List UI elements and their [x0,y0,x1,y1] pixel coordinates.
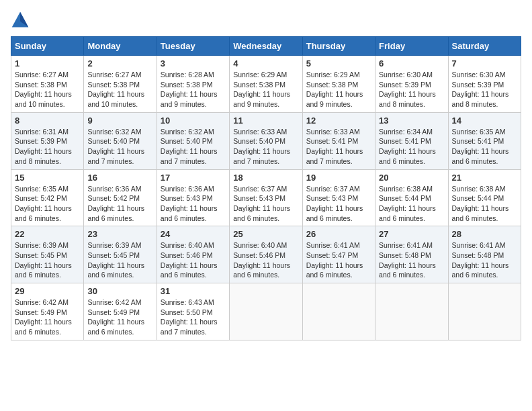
day-info: Sunrise: 6:27 AM Sunset: 5:38 PM Dayligh… [15,70,80,109]
day-number: 26 [306,229,371,239]
day-number: 7 [452,58,517,68]
calendar-cell: 12Sunrise: 6:33 AM Sunset: 5:41 PM Dayli… [302,112,375,169]
day-number: 2 [87,58,152,68]
day-number: 22 [15,229,80,239]
day-number: 25 [233,229,298,239]
calendar-cell: 13Sunrise: 6:34 AM Sunset: 5:41 PM Dayli… [375,112,448,169]
day-number: 20 [379,173,444,183]
calendar-cell: 23Sunrise: 6:39 AM Sunset: 5:45 PM Dayli… [84,226,157,283]
calendar-cell: 1Sunrise: 6:27 AM Sunset: 5:38 PM Daylig… [11,56,84,113]
calendar-cell: 29Sunrise: 6:42 AM Sunset: 5:49 PM Dayli… [11,283,84,340]
calendar-cell [375,283,448,340]
day-header-sunday: Sunday [11,37,84,56]
day-number: 16 [87,173,152,183]
day-number: 31 [161,286,226,296]
calendar-cell: 28Sunrise: 6:41 AM Sunset: 5:48 PM Dayli… [448,226,521,283]
day-number: 30 [87,286,152,296]
calendar-cell: 8Sunrise: 6:31 AM Sunset: 5:39 PM Daylig… [11,112,84,169]
day-info: Sunrise: 6:33 AM Sunset: 5:41 PM Dayligh… [306,127,371,167]
calendar-cell: 19Sunrise: 6:37 AM Sunset: 5:43 PM Dayli… [302,169,375,226]
day-number: 11 [233,116,298,126]
calendar-cell: 22Sunrise: 6:39 AM Sunset: 5:45 PM Dayli… [11,226,84,283]
calendar-week-row: 22Sunrise: 6:39 AM Sunset: 5:45 PM Dayli… [11,226,521,283]
logo-icon [11,11,30,30]
day-number: 8 [15,116,80,126]
day-number: 23 [87,229,152,239]
day-number: 3 [161,58,226,68]
day-number: 9 [87,116,152,126]
day-number: 19 [306,173,371,183]
calendar-week-row: 15Sunrise: 6:35 AM Sunset: 5:42 PM Dayli… [11,169,521,226]
calendar-cell: 11Sunrise: 6:33 AM Sunset: 5:40 PM Dayli… [230,112,302,169]
calendar-cell [230,283,302,340]
day-info: Sunrise: 6:40 AM Sunset: 5:46 PM Dayligh… [233,240,298,280]
calendar-cell: 30Sunrise: 6:42 AM Sunset: 5:49 PM Dayli… [84,283,157,340]
day-number: 1 [15,58,80,68]
day-info: Sunrise: 6:27 AM Sunset: 5:38 PM Dayligh… [87,70,152,109]
day-info: Sunrise: 6:29 AM Sunset: 5:38 PM Dayligh… [233,70,298,109]
day-header-monday: Monday [84,37,157,56]
day-info: Sunrise: 6:41 AM Sunset: 5:48 PM Dayligh… [379,240,444,280]
day-number: 10 [161,116,226,126]
day-info: Sunrise: 6:42 AM Sunset: 5:49 PM Dayligh… [15,298,80,337]
calendar-cell: 17Sunrise: 6:36 AM Sunset: 5:43 PM Dayli… [157,169,229,226]
day-info: Sunrise: 6:43 AM Sunset: 5:50 PM Dayligh… [161,298,226,337]
day-info: Sunrise: 6:35 AM Sunset: 5:41 PM Dayligh… [452,127,517,167]
calendar-week-row: 8Sunrise: 6:31 AM Sunset: 5:39 PM Daylig… [11,112,521,169]
calendar-header-row: SundayMondayTuesdayWednesdayThursdayFrid… [11,37,521,56]
calendar-cell [302,283,375,340]
calendar-cell: 16Sunrise: 6:36 AM Sunset: 5:42 PM Dayli… [84,169,157,226]
day-header-wednesday: Wednesday [230,37,302,56]
day-number: 24 [161,229,226,239]
calendar-cell: 24Sunrise: 6:40 AM Sunset: 5:46 PM Dayli… [157,226,229,283]
logo [11,11,32,30]
calendar-table: SundayMondayTuesdayWednesdayThursdayFrid… [11,36,521,340]
day-number: 5 [306,58,371,68]
day-info: Sunrise: 6:30 AM Sunset: 5:39 PM Dayligh… [379,70,444,109]
calendar-cell: 26Sunrise: 6:41 AM Sunset: 5:47 PM Dayli… [302,226,375,283]
calendar-cell: 10Sunrise: 6:32 AM Sunset: 5:40 PM Dayli… [157,112,229,169]
calendar-week-row: 29Sunrise: 6:42 AM Sunset: 5:49 PM Dayli… [11,283,521,340]
calendar-cell: 14Sunrise: 6:35 AM Sunset: 5:41 PM Dayli… [448,112,521,169]
calendar-cell: 21Sunrise: 6:38 AM Sunset: 5:44 PM Dayli… [448,169,521,226]
day-info: Sunrise: 6:38 AM Sunset: 5:44 PM Dayligh… [379,184,444,224]
day-info: Sunrise: 6:39 AM Sunset: 5:45 PM Dayligh… [15,240,80,280]
calendar-week-row: 1Sunrise: 6:27 AM Sunset: 5:38 PM Daylig… [11,56,521,113]
calendar-cell: 18Sunrise: 6:37 AM Sunset: 5:43 PM Dayli… [230,169,302,226]
calendar-cell [448,283,521,340]
day-number: 13 [379,116,444,126]
day-number: 4 [233,58,298,68]
day-info: Sunrise: 6:42 AM Sunset: 5:49 PM Dayligh… [87,298,152,337]
day-header-thursday: Thursday [302,37,375,56]
day-info: Sunrise: 6:29 AM Sunset: 5:38 PM Dayligh… [306,70,371,109]
calendar-cell: 3Sunrise: 6:28 AM Sunset: 5:38 PM Daylig… [157,56,229,113]
day-number: 18 [233,173,298,183]
day-header-saturday: Saturday [448,37,521,56]
day-info: Sunrise: 6:37 AM Sunset: 5:43 PM Dayligh… [233,184,298,224]
day-number: 17 [161,173,226,183]
day-info: Sunrise: 6:32 AM Sunset: 5:40 PM Dayligh… [87,127,152,167]
calendar-cell: 27Sunrise: 6:41 AM Sunset: 5:48 PM Dayli… [375,226,448,283]
day-info: Sunrise: 6:37 AM Sunset: 5:43 PM Dayligh… [306,184,371,224]
day-number: 12 [306,116,371,126]
day-info: Sunrise: 6:30 AM Sunset: 5:39 PM Dayligh… [452,70,517,109]
day-info: Sunrise: 6:39 AM Sunset: 5:45 PM Dayligh… [87,240,152,280]
day-header-friday: Friday [375,37,448,56]
day-info: Sunrise: 6:34 AM Sunset: 5:41 PM Dayligh… [379,127,444,167]
day-info: Sunrise: 6:40 AM Sunset: 5:46 PM Dayligh… [161,240,226,280]
day-info: Sunrise: 6:33 AM Sunset: 5:40 PM Dayligh… [233,127,298,167]
day-number: 21 [452,173,517,183]
day-info: Sunrise: 6:35 AM Sunset: 5:42 PM Dayligh… [15,184,80,224]
day-info: Sunrise: 6:28 AM Sunset: 5:38 PM Dayligh… [161,70,226,109]
day-info: Sunrise: 6:41 AM Sunset: 5:48 PM Dayligh… [452,240,517,280]
day-number: 28 [452,229,517,239]
day-number: 14 [452,116,517,126]
day-info: Sunrise: 6:36 AM Sunset: 5:42 PM Dayligh… [87,184,152,224]
calendar-cell: 20Sunrise: 6:38 AM Sunset: 5:44 PM Dayli… [375,169,448,226]
page-header [11,11,521,30]
day-number: 6 [379,58,444,68]
calendar-cell: 7Sunrise: 6:30 AM Sunset: 5:39 PM Daylig… [448,56,521,113]
day-info: Sunrise: 6:32 AM Sunset: 5:40 PM Dayligh… [161,127,226,167]
day-number: 27 [379,229,444,239]
calendar-cell: 6Sunrise: 6:30 AM Sunset: 5:39 PM Daylig… [375,56,448,113]
